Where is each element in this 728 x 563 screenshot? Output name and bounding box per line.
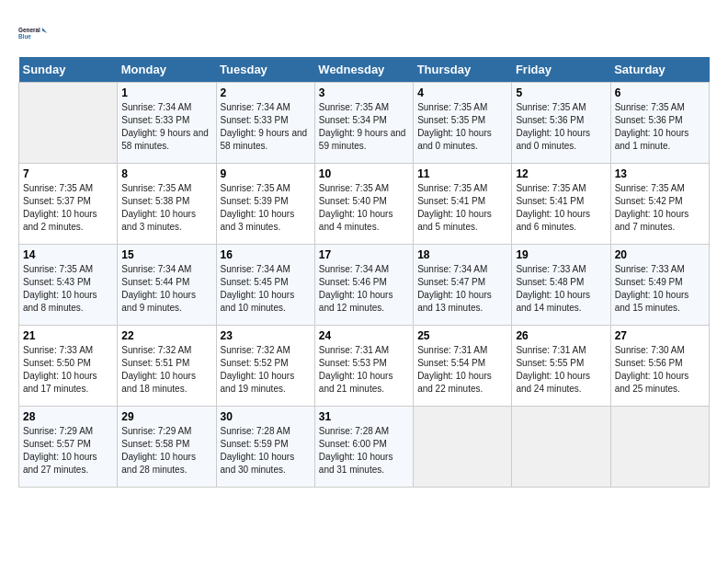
day-number: 25 xyxy=(417,329,507,342)
weekday-header-wednesday: Wednesday xyxy=(314,57,413,83)
day-info: Sunrise: 7:34 AMSunset: 5:33 PMDaylight:… xyxy=(121,101,211,153)
calendar-week-row: 14Sunrise: 7:35 AMSunset: 5:43 PMDayligh… xyxy=(19,245,710,326)
weekday-header-thursday: Thursday xyxy=(414,57,512,83)
day-info: Sunrise: 7:35 AMSunset: 5:41 PMDaylight:… xyxy=(516,182,606,234)
day-number: 23 xyxy=(221,329,311,342)
day-info: Sunrise: 7:33 AMSunset: 5:50 PMDaylight:… xyxy=(23,344,113,396)
day-number: 12 xyxy=(516,167,606,180)
day-number: 16 xyxy=(221,248,311,261)
day-number: 4 xyxy=(417,86,507,99)
day-info: Sunrise: 7:35 AMSunset: 5:41 PMDaylight:… xyxy=(417,182,507,234)
calendar-cell: 25Sunrise: 7:31 AMSunset: 5:54 PMDayligh… xyxy=(414,326,512,407)
calendar-week-row: 21Sunrise: 7:33 AMSunset: 5:50 PMDayligh… xyxy=(19,326,710,407)
day-info: Sunrise: 7:34 AMSunset: 5:46 PMDaylight:… xyxy=(319,263,409,315)
weekday-header-saturday: Saturday xyxy=(610,57,709,83)
calendar-cell: 6Sunrise: 7:35 AMSunset: 5:36 PMDaylight… xyxy=(610,83,709,164)
calendar-cell: 13Sunrise: 7:35 AMSunset: 5:42 PMDayligh… xyxy=(610,164,709,245)
calendar-cell: 5Sunrise: 7:35 AMSunset: 5:36 PMDaylight… xyxy=(512,83,610,164)
day-info: Sunrise: 7:29 AMSunset: 5:57 PMDaylight:… xyxy=(23,425,113,477)
calendar-cell: 26Sunrise: 7:31 AMSunset: 5:55 PMDayligh… xyxy=(512,326,610,407)
calendar-cell: 4Sunrise: 7:35 AMSunset: 5:35 PMDaylight… xyxy=(414,83,512,164)
calendar-cell: 3Sunrise: 7:35 AMSunset: 5:34 PMDaylight… xyxy=(314,83,413,164)
day-number: 10 xyxy=(319,167,409,180)
calendar-cell: 14Sunrise: 7:35 AMSunset: 5:43 PMDayligh… xyxy=(19,245,118,326)
calendar-cell: 27Sunrise: 7:30 AMSunset: 5:56 PMDayligh… xyxy=(610,326,709,407)
day-number: 8 xyxy=(121,167,211,180)
calendar-cell: 2Sunrise: 7:34 AMSunset: 5:33 PMDaylight… xyxy=(216,83,314,164)
day-number: 29 xyxy=(121,410,211,423)
logo-icon: GeneralBlue xyxy=(18,18,48,48)
day-info: Sunrise: 7:31 AMSunset: 5:53 PMDaylight:… xyxy=(319,344,409,396)
page-header: GeneralBlue xyxy=(18,18,710,48)
day-number: 15 xyxy=(121,248,211,261)
calendar-cell: 19Sunrise: 7:33 AMSunset: 5:48 PMDayligh… xyxy=(512,245,610,326)
day-number: 13 xyxy=(615,167,705,180)
calendar-cell: 22Sunrise: 7:32 AMSunset: 5:51 PMDayligh… xyxy=(118,326,216,407)
calendar-cell: 23Sunrise: 7:32 AMSunset: 5:52 PMDayligh… xyxy=(216,326,314,407)
weekday-header-monday: Monday xyxy=(118,57,216,83)
day-number: 1 xyxy=(121,86,211,99)
day-number: 5 xyxy=(516,86,606,99)
day-info: Sunrise: 7:32 AMSunset: 5:52 PMDaylight:… xyxy=(221,344,311,396)
weekday-header-row: SundayMondayTuesdayWednesdayThursdayFrid… xyxy=(19,57,710,83)
day-info: Sunrise: 7:35 AMSunset: 5:43 PMDaylight:… xyxy=(23,263,113,315)
day-number: 20 xyxy=(615,248,705,261)
calendar-cell xyxy=(414,407,512,488)
calendar-cell: 7Sunrise: 7:35 AMSunset: 5:37 PMDaylight… xyxy=(19,164,118,245)
day-info: Sunrise: 7:35 AMSunset: 5:38 PMDaylight:… xyxy=(121,182,211,234)
calendar-cell: 28Sunrise: 7:29 AMSunset: 5:57 PMDayligh… xyxy=(19,407,118,488)
calendar-week-row: 28Sunrise: 7:29 AMSunset: 5:57 PMDayligh… xyxy=(19,407,710,488)
day-number: 17 xyxy=(319,248,409,261)
day-info: Sunrise: 7:33 AMSunset: 5:49 PMDaylight:… xyxy=(615,263,705,315)
calendar-cell: 17Sunrise: 7:34 AMSunset: 5:46 PMDayligh… xyxy=(314,245,413,326)
calendar-week-row: 1Sunrise: 7:34 AMSunset: 5:33 PMDaylight… xyxy=(19,83,710,164)
calendar-cell xyxy=(512,407,610,488)
day-info: Sunrise: 7:34 AMSunset: 5:45 PMDaylight:… xyxy=(221,263,311,315)
day-info: Sunrise: 7:31 AMSunset: 5:54 PMDaylight:… xyxy=(417,344,507,396)
calendar-cell: 11Sunrise: 7:35 AMSunset: 5:41 PMDayligh… xyxy=(414,164,512,245)
day-number: 3 xyxy=(319,86,409,99)
day-number: 11 xyxy=(417,167,507,180)
day-info: Sunrise: 7:35 AMSunset: 5:35 PMDaylight:… xyxy=(417,101,507,153)
day-info: Sunrise: 7:35 AMSunset: 5:40 PMDaylight:… xyxy=(319,182,409,234)
calendar-cell: 31Sunrise: 7:28 AMSunset: 6:00 PMDayligh… xyxy=(314,407,413,488)
day-info: Sunrise: 7:34 AMSunset: 5:33 PMDaylight:… xyxy=(221,101,311,153)
day-number: 26 xyxy=(516,329,606,342)
day-number: 22 xyxy=(121,329,211,342)
day-number: 27 xyxy=(615,329,705,342)
day-info: Sunrise: 7:29 AMSunset: 5:58 PMDaylight:… xyxy=(121,425,211,477)
day-number: 21 xyxy=(23,329,113,342)
day-number: 2 xyxy=(221,86,311,99)
calendar-cell: 20Sunrise: 7:33 AMSunset: 5:49 PMDayligh… xyxy=(610,245,709,326)
calendar-cell: 15Sunrise: 7:34 AMSunset: 5:44 PMDayligh… xyxy=(118,245,216,326)
calendar-cell: 18Sunrise: 7:34 AMSunset: 5:47 PMDayligh… xyxy=(414,245,512,326)
day-number: 7 xyxy=(23,167,113,180)
svg-text:General: General xyxy=(18,27,40,33)
calendar-cell: 29Sunrise: 7:29 AMSunset: 5:58 PMDayligh… xyxy=(118,407,216,488)
calendar-table: SundayMondayTuesdayWednesdayThursdayFrid… xyxy=(18,57,710,488)
day-info: Sunrise: 7:35 AMSunset: 5:34 PMDaylight:… xyxy=(319,101,409,153)
calendar-cell: 1Sunrise: 7:34 AMSunset: 5:33 PMDaylight… xyxy=(118,83,216,164)
calendar-cell: 8Sunrise: 7:35 AMSunset: 5:38 PMDaylight… xyxy=(118,164,216,245)
day-info: Sunrise: 7:35 AMSunset: 5:39 PMDaylight:… xyxy=(221,182,311,234)
day-info: Sunrise: 7:28 AMSunset: 6:00 PMDaylight:… xyxy=(319,425,409,477)
day-number: 18 xyxy=(417,248,507,261)
calendar-cell: 30Sunrise: 7:28 AMSunset: 5:59 PMDayligh… xyxy=(216,407,314,488)
calendar-cell xyxy=(610,407,709,488)
day-number: 14 xyxy=(23,248,113,261)
weekday-header-friday: Friday xyxy=(512,57,610,83)
logo: GeneralBlue xyxy=(18,18,48,48)
weekday-header-tuesday: Tuesday xyxy=(216,57,314,83)
calendar-cell: 16Sunrise: 7:34 AMSunset: 5:45 PMDayligh… xyxy=(216,245,314,326)
svg-text:Blue: Blue xyxy=(18,33,31,40)
day-info: Sunrise: 7:34 AMSunset: 5:47 PMDaylight:… xyxy=(417,263,507,315)
calendar-cell: 12Sunrise: 7:35 AMSunset: 5:41 PMDayligh… xyxy=(512,164,610,245)
day-number: 6 xyxy=(615,86,705,99)
day-number: 24 xyxy=(319,329,409,342)
calendar-cell: 10Sunrise: 7:35 AMSunset: 5:40 PMDayligh… xyxy=(314,164,413,245)
day-info: Sunrise: 7:35 AMSunset: 5:37 PMDaylight:… xyxy=(23,182,113,234)
day-info: Sunrise: 7:28 AMSunset: 5:59 PMDaylight:… xyxy=(221,425,311,477)
day-number: 30 xyxy=(221,410,311,423)
day-info: Sunrise: 7:30 AMSunset: 5:56 PMDaylight:… xyxy=(615,344,705,396)
svg-marker-2 xyxy=(42,28,47,33)
